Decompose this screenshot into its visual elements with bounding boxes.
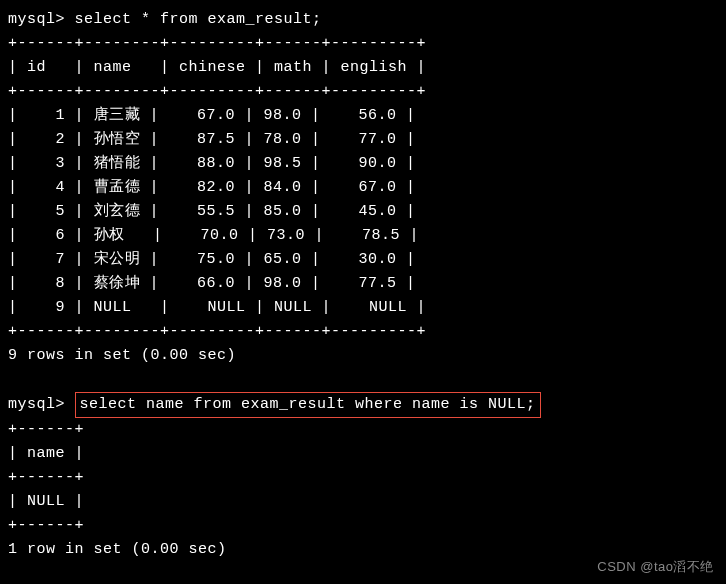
highlighted-query: select name from exam_result where name … (75, 392, 541, 418)
mysql-prompt: mysql> (8, 396, 75, 413)
table-row: | 9 | NULL | NULL | NULL | NULL | (8, 296, 718, 320)
table-row: | 8 | 蔡徐坤 | 66.0 | 98.0 | 77.5 | (8, 272, 718, 296)
table2-sep-mid: +------+ (8, 466, 718, 490)
result-summary-1: 9 rows in set (0.00 sec) (8, 344, 718, 368)
table-row: | 6 | 孙权 | 70.0 | 73.0 | 78.5 | (8, 224, 718, 248)
table1-sep-bot: +------+--------+---------+------+------… (8, 320, 718, 344)
mysql-prompt: mysql> (8, 11, 75, 28)
query-line-1[interactable]: mysql> select * from exam_result; (8, 8, 718, 32)
blank-line (8, 368, 718, 392)
table2-sep-bot: +------+ (8, 514, 718, 538)
table2-sep-top: +------+ (8, 418, 718, 442)
table1-header: | id | name | chinese | math | english | (8, 56, 718, 80)
table-row: | 7 | 宋公明 | 75.0 | 65.0 | 30.0 | (8, 248, 718, 272)
table-row: | NULL | (8, 490, 718, 514)
table2-header: | name | (8, 442, 718, 466)
table1-sep-top: +------+--------+---------+------+------… (8, 32, 718, 56)
table-row: | 1 | 唐三藏 | 67.0 | 98.0 | 56.0 | (8, 104, 718, 128)
query-line-2[interactable]: mysql> select name from exam_result wher… (8, 392, 718, 418)
watermark: CSDN @tao滔不绝 (597, 558, 714, 576)
table-row: | 2 | 孙悟空 | 87.5 | 78.0 | 77.0 | (8, 128, 718, 152)
sql-query-2: select name from exam_result where name … (80, 396, 536, 413)
table1-sep-mid: +------+--------+---------+------+------… (8, 80, 718, 104)
sql-query-1: select * from exam_result; (75, 11, 322, 28)
table-row: | 3 | 猪悟能 | 88.0 | 98.5 | 90.0 | (8, 152, 718, 176)
table-row: | 4 | 曹孟德 | 82.0 | 84.0 | 67.0 | (8, 176, 718, 200)
table-row: | 5 | 刘玄德 | 55.5 | 85.0 | 45.0 | (8, 200, 718, 224)
